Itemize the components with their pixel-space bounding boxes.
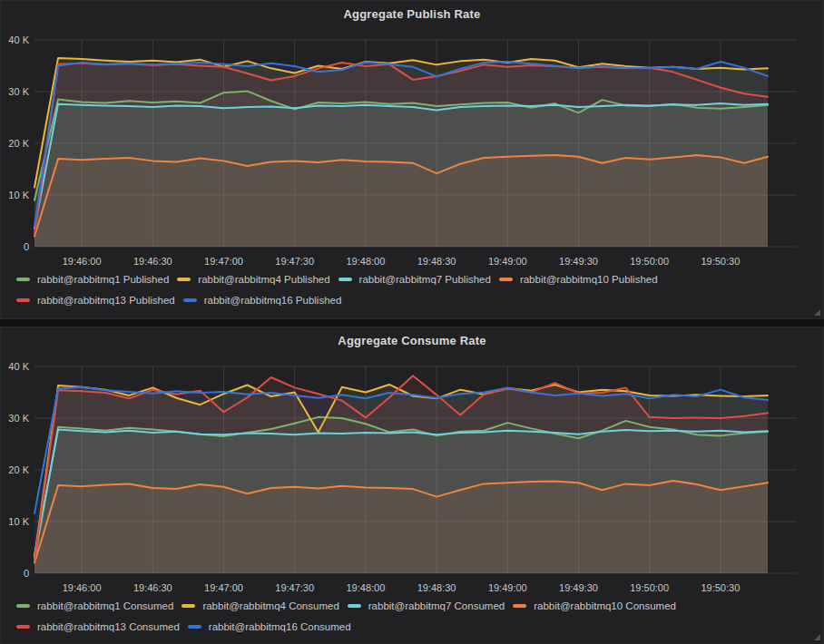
consume-rate-plot[interactable]: 010 K20 K30 K40 K19:46:0019:46:3019:47:0…: [1, 327, 824, 596]
legend-series-label: rabbit@rabbitmq13 Consumed: [37, 621, 180, 632]
consume-legend: rabbit@rabbitmq1 Consumedrabbit@rabbitmq…: [16, 597, 812, 636]
legend-series-label: rabbit@rabbitmq10 Consumed: [534, 600, 676, 611]
series-color-swatch: [183, 298, 197, 302]
y-axis-tick-label: 40 K: [8, 34, 29, 45]
legend-item[interactable]: rabbit@rabbitmq13 Consumed: [16, 618, 180, 636]
x-axis-tick-label: 19:47:30: [275, 256, 314, 267]
y-axis-tick-label: 10 K: [8, 516, 29, 527]
x-axis-tick-label: 19:48:30: [417, 582, 456, 593]
y-axis-tick-label: 10 K: [8, 190, 29, 200]
legend-item[interactable]: rabbit@rabbitmq4 Published: [177, 270, 329, 288]
series-fill: [34, 62, 768, 247]
publish-legend: rabbit@rabbitmq1 Publishedrabbit@rabbitm…: [16, 270, 812, 309]
series-color-swatch: [338, 278, 352, 281]
y-axis-tick-label: 30 K: [8, 413, 29, 424]
series-color-swatch: [16, 298, 30, 302]
x-axis-tick-label: 19:46:00: [63, 256, 102, 267]
series-color-swatch: [16, 625, 30, 629]
legend-item[interactable]: rabbit@rabbitmq4 Consumed: [181, 597, 338, 615]
y-axis-tick-label: 0: [24, 241, 29, 252]
x-axis-tick-label: 19:48:30: [417, 256, 456, 267]
series-color-swatch: [16, 278, 30, 281]
legend-item[interactable]: rabbit@rabbitmq7 Published: [338, 270, 491, 288]
legend-series-label: rabbit@rabbitmq4 Consumed: [202, 600, 338, 611]
legend-item[interactable]: rabbit@rabbitmq10 Published: [499, 270, 658, 288]
x-axis-tick-label: 19:46:30: [133, 582, 172, 593]
legend-item[interactable]: rabbit@rabbitmq10 Consumed: [513, 597, 676, 615]
x-axis-tick-label: 19:50:00: [630, 582, 669, 593]
panel-aggregate-publish-rate: Aggregate Publish Rate 010 K20 K30 K40 K…: [0, 0, 824, 319]
legend-item[interactable]: rabbit@rabbitmq13 Published: [16, 291, 175, 309]
legend-series-label: rabbit@rabbitmq13 Published: [37, 295, 175, 306]
legend-item[interactable]: rabbit@rabbitmq16 Consumed: [188, 618, 351, 636]
x-axis-tick-label: 19:46:00: [63, 582, 102, 593]
x-axis-tick-label: 19:49:30: [559, 256, 598, 267]
series-color-swatch: [513, 604, 526, 608]
series-color-swatch: [188, 625, 201, 629]
x-axis-tick-label: 19:49:00: [488, 582, 527, 593]
series-color-swatch: [348, 604, 361, 608]
series-color-swatch: [16, 604, 30, 608]
y-axis-tick-label: 20 K: [8, 464, 29, 475]
x-axis-tick-label: 19:47:00: [204, 582, 243, 593]
x-axis-tick-label: 19:50:30: [701, 582, 740, 593]
x-axis-tick-label: 19:50:30: [701, 256, 740, 267]
x-axis-tick-label: 19:50:00: [630, 256, 669, 267]
panel-resize-handle[interactable]: [814, 309, 820, 316]
series-fill: [34, 387, 768, 573]
y-axis-tick-label: 20 K: [8, 138, 29, 149]
legend-series-label: rabbit@rabbitmq4 Published: [198, 274, 329, 285]
x-axis-tick-label: 19:48:00: [346, 582, 385, 593]
legend-item[interactable]: rabbit@rabbitmq1 Consumed: [16, 597, 173, 615]
legend-item[interactable]: rabbit@rabbitmq16 Published: [183, 291, 342, 309]
legend-series-label: rabbit@rabbitmq7 Consumed: [368, 600, 505, 611]
x-axis-tick-label: 19:49:30: [559, 582, 598, 593]
legend-series-label: rabbit@rabbitmq1 Consumed: [37, 600, 173, 611]
y-axis-tick-label: 0: [24, 568, 29, 579]
series-color-swatch: [181, 604, 195, 608]
series-color-swatch: [499, 278, 513, 281]
legend-series-label: rabbit@rabbitmq16 Published: [204, 295, 342, 306]
x-axis-tick-label: 19:46:30: [133, 256, 172, 267]
y-axis-tick-label: 40 K: [8, 361, 29, 372]
x-axis-tick-label: 19:48:00: [346, 256, 385, 267]
panel-aggregate-consume-rate: Aggregate Consume Rate 010 K20 K30 K40 K…: [0, 327, 824, 644]
legend-series-label: rabbit@rabbitmq16 Consumed: [209, 621, 351, 632]
legend-item[interactable]: rabbit@rabbitmq1 Published: [16, 270, 169, 288]
legend-series-label: rabbit@rabbitmq10 Published: [520, 274, 658, 285]
publish-rate-plot[interactable]: 010 K20 K30 K40 K19:46:0019:46:3019:47:0…: [1, 1, 824, 269]
x-axis-tick-label: 19:49:00: [488, 256, 527, 267]
x-axis-tick-label: 19:47:00: [204, 256, 243, 267]
legend-series-label: rabbit@rabbitmq1 Published: [37, 274, 169, 285]
legend-item[interactable]: rabbit@rabbitmq7 Consumed: [348, 597, 505, 615]
y-axis-tick-label: 30 K: [8, 86, 29, 97]
legend-series-label: rabbit@rabbitmq7 Published: [359, 274, 491, 285]
series-color-swatch: [177, 278, 191, 281]
x-axis-tick-label: 19:47:30: [275, 582, 314, 593]
panel-resize-handle[interactable]: [814, 634, 820, 640]
